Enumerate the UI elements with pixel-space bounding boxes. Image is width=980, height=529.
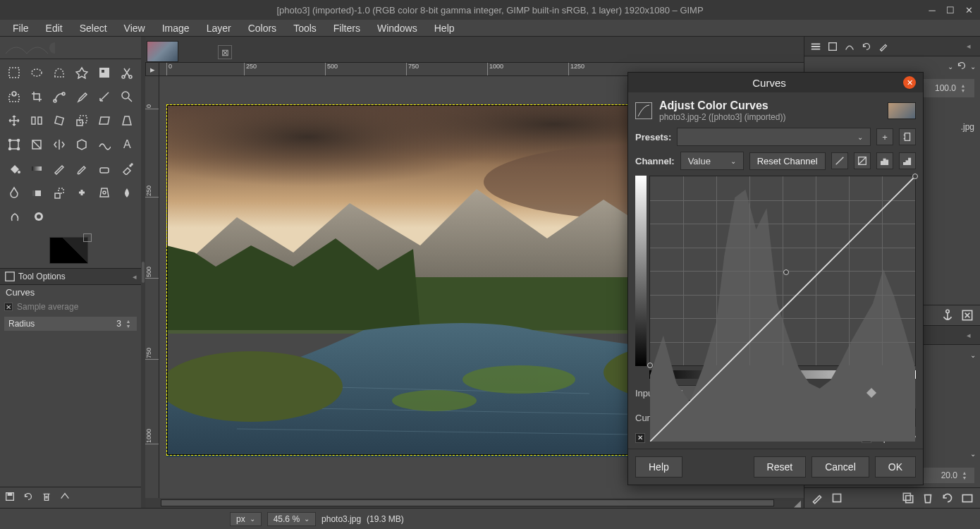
curve-point-mid[interactable] bbox=[783, 269, 789, 275]
handle-transform-tool[interactable] bbox=[27, 135, 46, 154]
navigation-icon[interactable]: ◢ bbox=[791, 498, 804, 509]
help-button[interactable]: Help bbox=[635, 456, 682, 478]
curve-point-end[interactable] bbox=[912, 174, 918, 179]
shear-tool[interactable] bbox=[95, 111, 114, 130]
curve-btn-2[interactable] bbox=[854, 152, 871, 169]
spacing-spinner[interactable]: ▲▼ bbox=[960, 470, 969, 480]
radius-spinner[interactable]: ▲▼ bbox=[124, 319, 133, 329]
bucket-fill-tool[interactable] bbox=[5, 159, 23, 178]
ink-tool[interactable] bbox=[5, 183, 23, 202]
move-tool[interactable] bbox=[5, 111, 23, 130]
delete-brush-icon[interactable] bbox=[921, 491, 935, 505]
undo-history-tab-icon[interactable] bbox=[859, 39, 874, 54]
menu-image[interactable]: Image bbox=[155, 20, 197, 36]
eraser-tool[interactable] bbox=[95, 159, 114, 178]
flip-tool[interactable] bbox=[50, 135, 68, 154]
mode-reset-icon[interactable] bbox=[956, 60, 967, 73]
rotate-tool[interactable] bbox=[50, 111, 68, 130]
crop-tool[interactable] bbox=[27, 87, 46, 107]
zoom-tool[interactable] bbox=[118, 87, 136, 107]
unified-transform-tool[interactable] bbox=[5, 135, 23, 154]
menu-tools[interactable]: Tools bbox=[286, 20, 324, 36]
vertical-ruler[interactable]: 0 250 500 750 1000 bbox=[145, 76, 159, 498]
anchor-icon[interactable] bbox=[941, 308, 955, 322]
collapse-icon[interactable]: ◂ bbox=[133, 272, 137, 281]
histogram-linear-button[interactable] bbox=[876, 152, 893, 169]
new-brush-icon[interactable] bbox=[830, 491, 844, 505]
paths-tool[interactable] bbox=[50, 87, 68, 107]
layers-tab-icon[interactable] bbox=[809, 39, 823, 54]
dialog-titlebar[interactable]: Curves ✕ bbox=[628, 73, 923, 92]
dodge-burn-tool[interactable] bbox=[29, 207, 49, 226]
duplicate-brush-icon[interactable] bbox=[901, 491, 915, 505]
horizontal-scrollbar[interactable]: ◢ bbox=[145, 498, 804, 508]
reset-channel-button[interactable]: Reset Channel bbox=[749, 152, 826, 170]
maximize-button[interactable]: ☐ bbox=[943, 3, 957, 17]
gradient-tool[interactable] bbox=[27, 159, 46, 178]
menu-edit[interactable]: Edit bbox=[39, 20, 70, 36]
paintbrush-tool[interactable] bbox=[73, 159, 91, 178]
cage-tool[interactable] bbox=[73, 135, 91, 154]
opacity-spinner[interactable]: ▲▼ bbox=[959, 83, 967, 93]
save-options-icon[interactable] bbox=[4, 491, 16, 504]
delete-options-icon[interactable] bbox=[41, 491, 52, 504]
zoom-selector[interactable]: 45.6 %⌄ bbox=[267, 512, 316, 526]
smudge-tool[interactable] bbox=[5, 207, 25, 226]
radius-slider[interactable]: Radius 3 ▲▼ bbox=[4, 317, 137, 331]
add-preset-button[interactable]: + bbox=[876, 128, 893, 145]
menu-layer[interactable]: Layer bbox=[200, 20, 238, 36]
reset-options-icon[interactable] bbox=[59, 491, 71, 504]
ellipse-select-tool[interactable] bbox=[27, 63, 46, 83]
reset-button[interactable]: Reset bbox=[754, 456, 807, 478]
pencil-tool[interactable] bbox=[50, 159, 68, 178]
ruler-origin-toggle[interactable]: ▸ bbox=[145, 62, 159, 76]
channels-tab-icon[interactable] bbox=[826, 39, 840, 54]
unit-selector[interactable]: px⌄ bbox=[230, 512, 262, 526]
open-as-image-icon[interactable] bbox=[960, 491, 974, 505]
minimize-button[interactable]: ─ bbox=[925, 3, 939, 17]
edit-brush-icon[interactable] bbox=[810, 491, 824, 505]
delete-layer-icon[interactable] bbox=[960, 308, 974, 322]
menu-view[interactable]: View bbox=[117, 20, 152, 36]
menu-file[interactable]: File bbox=[6, 20, 36, 36]
sample-average-checkbox[interactable]: ✕ bbox=[4, 303, 13, 311]
menu-filters[interactable]: Filters bbox=[326, 20, 367, 36]
ok-button[interactable]: OK bbox=[875, 456, 916, 478]
paths-tab-icon[interactable] bbox=[843, 39, 857, 54]
curve-point-start[interactable] bbox=[647, 363, 653, 368]
restore-options-icon[interactable] bbox=[23, 491, 34, 504]
scissors-tool[interactable] bbox=[118, 63, 136, 83]
color-swatch[interactable] bbox=[49, 237, 88, 264]
histogram-log-button[interactable] bbox=[899, 152, 916, 169]
color-picker-tool[interactable] bbox=[73, 87, 91, 107]
foreground-select-tool[interactable] bbox=[5, 87, 23, 107]
close-button[interactable]: ✕ bbox=[962, 3, 976, 17]
curve-btn-1[interactable] bbox=[831, 152, 848, 169]
text-tool[interactable]: A bbox=[118, 135, 136, 154]
airbrush-tool[interactable] bbox=[118, 159, 136, 178]
refresh-brush-icon[interactable] bbox=[941, 491, 955, 505]
mode-dropdown-icon[interactable]: ⌄ bbox=[948, 63, 953, 71]
free-select-tool[interactable] bbox=[50, 63, 68, 83]
dialog-close-button[interactable]: ✕ bbox=[903, 76, 916, 89]
presets-dropdown[interactable]: ⌄ bbox=[677, 128, 871, 146]
manage-presets-button[interactable] bbox=[899, 128, 916, 145]
heal-tool[interactable] bbox=[73, 183, 91, 202]
perspective-tool[interactable] bbox=[118, 111, 136, 130]
brush-panel-menu-icon[interactable]: ◂ bbox=[962, 328, 976, 342]
brush-tab-icon[interactable] bbox=[876, 39, 890, 54]
scale-tool[interactable] bbox=[73, 111, 91, 130]
channel-dropdown[interactable]: Value⌄ bbox=[680, 152, 744, 170]
measure-tool[interactable] bbox=[95, 87, 114, 107]
perspective-clone-tool[interactable] bbox=[95, 183, 114, 202]
panel-menu-icon[interactable]: ◂ bbox=[962, 39, 976, 54]
cancel-button[interactable]: Cancel bbox=[811, 456, 869, 478]
blur-tool[interactable] bbox=[118, 183, 136, 202]
mypaint-brush-tool[interactable] bbox=[27, 183, 46, 202]
menu-select[interactable]: Select bbox=[73, 20, 114, 36]
menu-windows[interactable]: Windows bbox=[370, 20, 424, 36]
curves-chart[interactable] bbox=[649, 176, 916, 366]
clone-tool[interactable] bbox=[50, 183, 68, 202]
image-tab-thumbnail[interactable] bbox=[147, 41, 178, 62]
menu-colors[interactable]: Colors bbox=[241, 20, 283, 36]
